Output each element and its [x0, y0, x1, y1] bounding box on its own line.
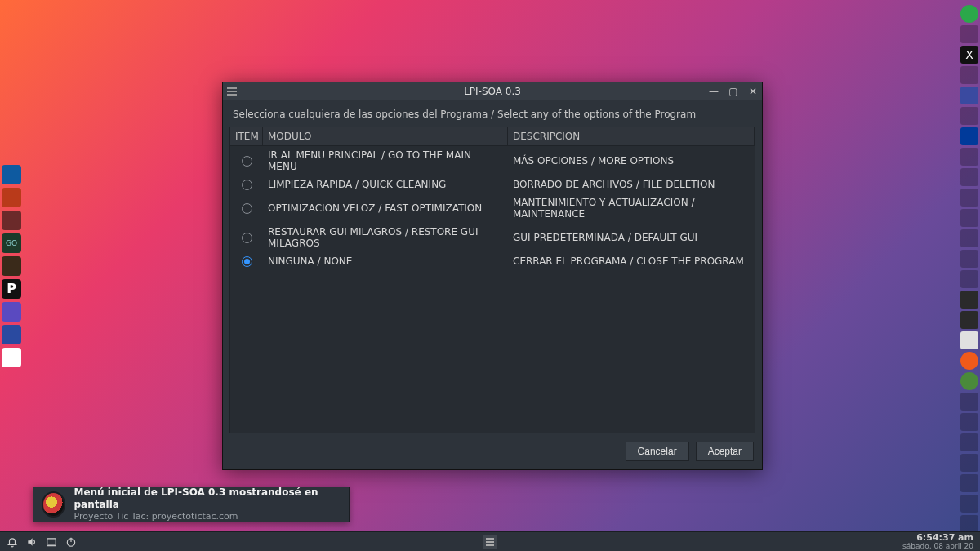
option-list: ITEM MODULO DESCRIPCION IR AL MENU PRINC…: [229, 127, 755, 433]
dock-right-10[interactable]: [960, 189, 978, 207]
minimize-button[interactable]: —: [708, 86, 719, 97]
radio-icon[interactable]: [242, 256, 252, 267]
dialog-window: LPI-SOA 0.3 — ▢ ✕ Selecciona cualquiera …: [222, 82, 763, 470]
accept-button[interactable]: Aceptar: [696, 442, 754, 461]
cancel-button[interactable]: Cancelar: [626, 442, 689, 461]
dock-app-p[interactable]: P: [2, 279, 21, 299]
dock-app-8[interactable]: [2, 325, 21, 344]
option-modulo: RESTAURAR GUI MILAGROS / RESTORE GUI MIL…: [263, 223, 508, 252]
option-row[interactable]: IR AL MENU PRINCIPAL / GO TO THE MAIN ME…: [230, 146, 755, 176]
column-header-descripcion[interactable]: DESCRIPCION: [508, 127, 755, 146]
option-desc: BORRADO DE ARCHIVOS / FILE DELETION: [508, 176, 755, 193]
right-dock: X: [959, 3, 980, 535]
dock-right-13[interactable]: [960, 250, 978, 268]
option-modulo: IR AL MENU PRINCIPAL / GO TO THE MAIN ME…: [263, 146, 508, 176]
dock-right-3[interactable]: X: [960, 46, 978, 64]
dock-right-20[interactable]: [960, 393, 978, 411]
volume-icon[interactable]: [26, 536, 38, 548]
column-header-item[interactable]: ITEM: [230, 127, 263, 146]
option-modulo: OPTIMIZACION VELOZ / FAST OPTIMIZATION: [263, 199, 508, 217]
titlebar[interactable]: LPI-SOA 0.3 — ▢ ✕: [223, 82, 762, 100]
app-menu-button[interactable]: [483, 535, 497, 549]
radio-icon[interactable]: [242, 233, 252, 243]
clock-time: 6:54:37 am: [916, 533, 973, 543]
dock-right-15[interactable]: [960, 291, 978, 309]
dock-right-26[interactable]: [960, 515, 978, 533]
notification-subtitle: Proyecto Tic Tac: proyectotictac.com: [74, 511, 341, 522]
clock-date: sábado, 08 abril 20: [902, 543, 973, 551]
close-button[interactable]: ✕: [747, 86, 759, 97]
dock-right-9[interactable]: [960, 168, 978, 186]
clock[interactable]: 6:54:37 am sábado, 08 abril 20: [902, 533, 973, 551]
dock-right-16[interactable]: [960, 311, 978, 329]
option-row[interactable]: LIMPIEZA RAPIDA / QUICK CLEANING BORRADO…: [230, 176, 755, 193]
dock-right-7[interactable]: [960, 127, 978, 145]
option-row[interactable]: NINGUNA / NONE CERRAR EL PROGRAMA / CLOS…: [230, 252, 755, 270]
dock-right-14[interactable]: [960, 270, 978, 288]
notification-app-icon: [42, 491, 65, 518]
dialog-instruction: Selecciona cualquiera de las opciones de…: [223, 100, 762, 127]
option-desc: GUI PREDETERMINADA / DEFAULT GUI: [508, 229, 755, 247]
option-row[interactable]: OPTIMIZACION VELOZ / FAST OPTIMIZATION M…: [230, 193, 755, 223]
dock-right-19[interactable]: [960, 372, 978, 390]
left-dock: GO P: [0, 163, 23, 369]
dock-right-4[interactable]: [960, 66, 978, 84]
dock-app-3[interactable]: [2, 211, 21, 230]
dock-app-5[interactable]: [2, 256, 21, 276]
dock-right-22[interactable]: [960, 433, 978, 451]
dock-app-go[interactable]: GO: [2, 233, 21, 253]
column-header-modulo[interactable]: MODULO: [263, 127, 508, 146]
option-desc: MANTENIMIENTO Y ACTUALIZACION / MAINTENA…: [508, 193, 755, 223]
radio-icon[interactable]: [242, 203, 252, 214]
dock-right-1[interactable]: [960, 5, 978, 23]
dock-app-2[interactable]: [2, 188, 21, 207]
power-icon[interactable]: [65, 536, 77, 548]
dock-app-7[interactable]: [2, 302, 21, 322]
dock-right-5[interactable]: [960, 87, 978, 104]
dock-right-23[interactable]: [960, 454, 978, 472]
notifications-icon[interactable]: [7, 536, 18, 548]
dock-right-12[interactable]: [960, 229, 978, 247]
taskbar: 6:54:37 am sábado, 08 abril 20: [0, 531, 980, 551]
option-modulo: NINGUNA / NONE: [263, 252, 508, 270]
dialog-actions: Cancelar Aceptar: [223, 433, 762, 469]
dock-right-18[interactable]: [960, 352, 978, 370]
workspaces-icon[interactable]: [46, 536, 57, 548]
option-modulo: LIMPIEZA RAPIDA / QUICK CLEANING: [263, 176, 508, 193]
dock-right-21[interactable]: [960, 413, 978, 431]
list-body: IR AL MENU PRINCIPAL / GO TO THE MAIN ME…: [230, 146, 755, 433]
notification-title: Menú inicial de LPI-SOA 0.3 mostrandosé …: [74, 487, 341, 511]
dock-right-8[interactable]: [960, 148, 978, 166]
dock-right-25[interactable]: [960, 495, 978, 513]
dock-app-9[interactable]: [2, 348, 21, 367]
radio-icon[interactable]: [242, 180, 252, 190]
dock-app-1[interactable]: [2, 165, 21, 184]
dock-right-2[interactable]: [960, 25, 978, 43]
window-menu-icon[interactable]: [226, 86, 238, 97]
maximize-button[interactable]: ▢: [728, 86, 739, 97]
list-header: ITEM MODULO DESCRIPCION: [230, 127, 755, 146]
window-title: LPI-SOA 0.3: [223, 86, 762, 97]
dock-right-11[interactable]: [960, 209, 978, 227]
radio-icon[interactable]: [242, 156, 252, 167]
dock-right-6[interactable]: [960, 107, 978, 125]
dock-right-24[interactable]: [960, 474, 978, 492]
notification-toast[interactable]: Menú inicial de LPI-SOA 0.3 mostrandosé …: [33, 487, 350, 522]
dock-right-17[interactable]: [960, 331, 978, 349]
svg-rect-0: [47, 538, 56, 544]
option-desc: CERRAR EL PROGRAMA / CLOSE THE PROGRAM: [508, 252, 755, 270]
option-desc: MÁS OPCIONES / MORE OPTIONS: [508, 152, 755, 170]
option-row[interactable]: RESTAURAR GUI MILAGROS / RESTORE GUI MIL…: [230, 223, 755, 252]
